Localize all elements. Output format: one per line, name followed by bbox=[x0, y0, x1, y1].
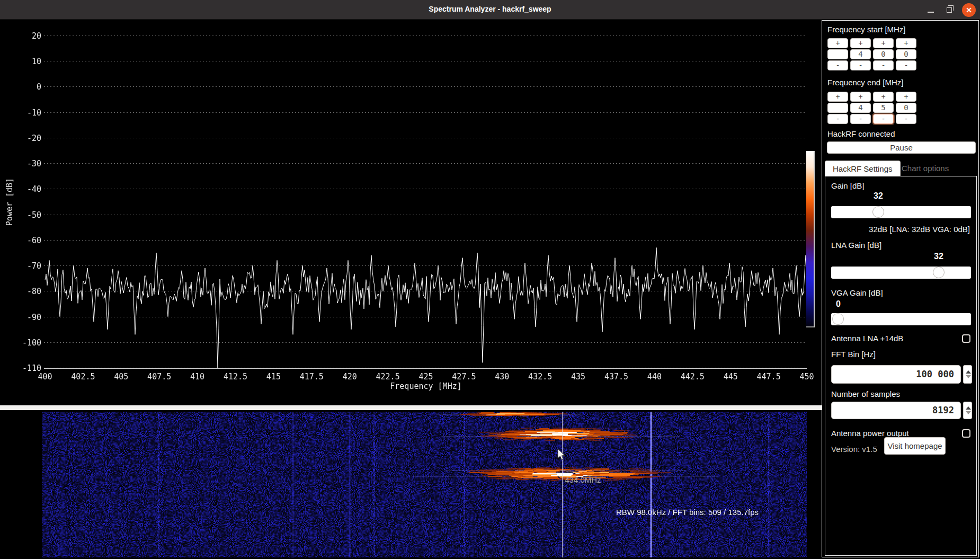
settings-panel: Frequency start [MHz] + + + + 4 0 0 - - … bbox=[822, 20, 979, 557]
freq-start-minus-10[interactable]: - bbox=[873, 60, 894, 70]
tab-chart-options[interactable]: Chart options bbox=[894, 161, 956, 176]
lna-gain-slider-thumb[interactable] bbox=[933, 267, 945, 278]
vga-gain-slider-thumb[interactable] bbox=[832, 313, 844, 325]
num-samples-input[interactable]: 8192 bbox=[831, 402, 961, 419]
lna-gain-label: LNA Gain [dB] bbox=[831, 241, 881, 250]
freq-start-digit-100[interactable]: 4 bbox=[850, 49, 871, 59]
freq-end-digit-1000[interactable] bbox=[827, 103, 848, 113]
rbw-status-text: RBW 98.0kHz / FFT bins: 509 / 135.7fps bbox=[616, 508, 759, 517]
freq-start-minus-1000[interactable]: - bbox=[827, 60, 848, 70]
freq-start-minus-1[interactable]: - bbox=[896, 60, 916, 70]
gain-slider[interactable] bbox=[831, 206, 971, 218]
fft-bin-steppers bbox=[963, 365, 972, 384]
vga-gain-label: VGA Gain [dB] bbox=[831, 288, 883, 297]
restore-icon bbox=[947, 7, 952, 13]
fft-bin-down-arrow-icon[interactable] bbox=[966, 375, 971, 378]
lna-gain-slider[interactable] bbox=[831, 267, 971, 279]
freq-start-digit-1000[interactable] bbox=[827, 49, 848, 59]
num-samples-up-arrow-icon[interactable] bbox=[966, 406, 971, 410]
colorbar-gradient bbox=[806, 151, 815, 327]
restore-button[interactable] bbox=[942, 3, 956, 17]
fft-bin-up-arrow-icon[interactable] bbox=[966, 370, 971, 374]
freq-end-plus-1[interactable]: + bbox=[896, 92, 916, 102]
num-samples-label: Number of samples bbox=[831, 389, 900, 398]
freq-start-digit-10[interactable]: 0 bbox=[873, 49, 894, 59]
freq-end-label: Frequency end [MHz] bbox=[827, 78, 903, 87]
freq-start-digit-1[interactable]: 0 bbox=[896, 49, 916, 59]
x-axis-label: Frequency [MHz] bbox=[346, 381, 505, 391]
gain-slider-thumb[interactable] bbox=[872, 206, 884, 218]
spectrum-plot[interactable] bbox=[0, 20, 824, 405]
tab-hackrf-settings[interactable]: HackRF Settings bbox=[825, 161, 901, 176]
freq-end-digit-1[interactable]: 0 bbox=[896, 103, 916, 113]
freq-start-plus-100[interactable]: + bbox=[850, 38, 871, 48]
num-samples-steppers bbox=[963, 402, 972, 419]
freq-end-plus-1000[interactable]: + bbox=[827, 92, 848, 102]
freq-end-plus-10[interactable]: + bbox=[873, 92, 894, 102]
close-icon: ✕ bbox=[966, 6, 972, 14]
cursor-frequency-label: 434.0MHz bbox=[565, 475, 601, 484]
freq-start-plus-1[interactable]: + bbox=[896, 38, 916, 48]
freq-end-minus-100[interactable]: - bbox=[850, 114, 871, 124]
lna-gain-value: 32 bbox=[934, 252, 943, 261]
antenna-power-label: Antenna power output bbox=[831, 429, 909, 438]
gain-value: 32 bbox=[874, 191, 883, 201]
close-button[interactable]: ✕ bbox=[962, 3, 976, 17]
minimize-button[interactable] bbox=[924, 3, 938, 17]
waterfall-crosshair bbox=[562, 412, 563, 557]
minimize-icon bbox=[928, 12, 934, 13]
visit-homepage-button[interactable]: Visit homepage bbox=[884, 437, 946, 455]
hackrf-status-text: HackRF connected bbox=[827, 129, 895, 138]
freq-end-minus-10-focused[interactable]: - bbox=[873, 114, 894, 124]
vga-gain-slider[interactable] bbox=[831, 313, 971, 325]
y-axis-label: Power [dB] bbox=[5, 159, 14, 244]
separator-bar[interactable] bbox=[0, 405, 822, 410]
freq-start-label: Frequency start [MHz] bbox=[827, 25, 906, 34]
freq-end-plus-100[interactable]: + bbox=[850, 92, 871, 102]
pause-button[interactable]: Pause bbox=[827, 141, 976, 154]
freq-start-minus-100[interactable]: - bbox=[850, 60, 871, 70]
fft-bin-input[interactable]: 100 000 bbox=[831, 365, 961, 384]
gain-label: Gain [dB] bbox=[831, 181, 865, 190]
antenna-power-checkbox[interactable] bbox=[962, 429, 970, 438]
version-label: Version: v1.5 bbox=[831, 445, 877, 454]
gain-detail-label: 32dB [LNA: 32dB VGA: 0dB] bbox=[869, 225, 970, 234]
fft-bin-label: FFT Bin [Hz] bbox=[831, 350, 876, 359]
vga-gain-value: 0 bbox=[836, 299, 841, 309]
freq-end-digit-100[interactable]: 4 bbox=[850, 103, 871, 113]
waterfall-plot[interactable] bbox=[42, 412, 807, 557]
titlebar: Spectrum Analyzer - hackrf_sweep ✕ bbox=[0, 0, 980, 20]
freq-start-plus-10[interactable]: + bbox=[873, 38, 894, 48]
freq-start-plus-1000[interactable]: + bbox=[827, 38, 848, 48]
freq-end-minus-1000[interactable]: - bbox=[827, 114, 848, 124]
freq-end-minus-1[interactable]: - bbox=[896, 114, 916, 124]
freq-end-digit-10[interactable]: 5 bbox=[873, 103, 894, 113]
window-title: Spectrum Analyzer - hackrf_sweep bbox=[0, 5, 980, 13]
antenna-lna-label: Antenna LNA +14dB bbox=[831, 334, 903, 343]
num-samples-down-arrow-icon[interactable] bbox=[966, 411, 971, 414]
antenna-lna-checkbox[interactable] bbox=[962, 334, 970, 343]
mouse-cursor-icon bbox=[557, 448, 567, 461]
